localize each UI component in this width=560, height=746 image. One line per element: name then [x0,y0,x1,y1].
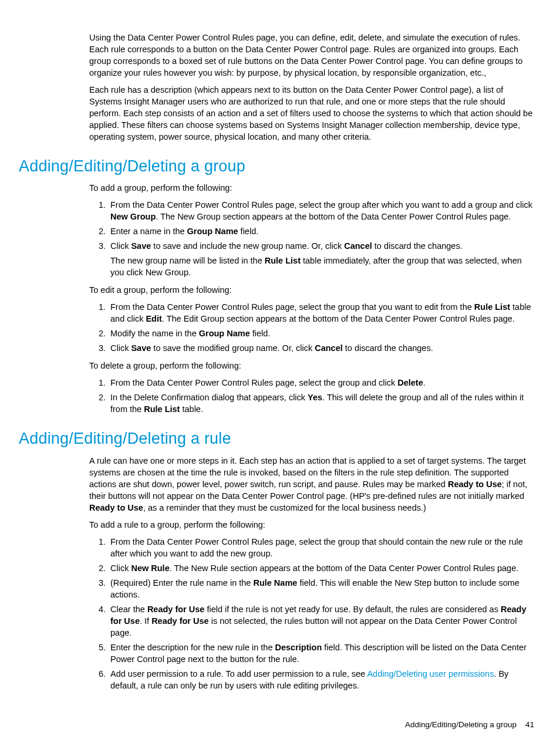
edit-group-intro: To edit a group, perform the following: [89,284,537,296]
list-item: Modify the name in the Group Name field. [108,328,537,339]
intro-block: Using the Data Center Power Control Rule… [89,32,537,143]
intro-paragraph-2: Each rule has a description (which appea… [89,84,537,143]
heading-group: Adding/Editing/Deleting a group [19,156,537,177]
list-item: In the Delete Confirmation dialog that a… [108,391,537,415]
add-rule-steps: From the Data Center Power Control Rules… [89,536,537,691]
add-rule-intro: To add a rule to a group, perform the fo… [89,519,537,531]
footer-title: Adding/Editing/Deleting a group [405,720,517,729]
list-item: From the Data Center Power Control Rules… [108,377,537,389]
list-item: Click Save to save and include the new g… [108,240,537,278]
list-item: From the Data Center Power Control Rules… [108,199,537,222]
rule-intro-paragraph: A rule can have one or more steps in it.… [89,455,537,514]
link-user-permissions[interactable]: Adding/Deleting user permissions [367,669,494,679]
list-item-note: The new group name will be listed in the… [110,255,537,278]
page-number: 41 [525,720,534,729]
list-item: Add user permission to a rule. To add us… [108,668,537,691]
list-item: Click New Rule. The New Rule section app… [108,562,537,574]
delete-group-steps: From the Data Center Power Control Rules… [89,377,537,415]
list-item: (Required) Enter the rule name in the Ru… [108,577,537,600]
list-item: Enter a name in the Group Name field. [108,225,537,237]
heading-rule: Adding/Editing/Deleting a rule [19,428,537,450]
list-item: Clear the Ready for Use field if the rul… [108,603,537,639]
add-group-intro: To add a group, perform the following: [89,182,537,194]
page-footer: Adding/Editing/Deleting a group 41 [19,720,537,731]
list-item: Enter the description for the new rule i… [108,642,537,665]
add-group-steps: From the Data Center Power Control Rules… [89,199,537,278]
list-item: From the Data Center Power Control Rules… [108,536,537,559]
list-item: Click Save to save the modified group na… [108,342,537,354]
intro-paragraph-1: Using the Data Center Power Control Rule… [89,32,537,79]
list-item: From the Data Center Power Control Rules… [108,301,537,325]
edit-group-steps: From the Data Center Power Control Rules… [89,301,537,354]
delete-group-intro: To delete a group, perform the following… [89,360,537,372]
